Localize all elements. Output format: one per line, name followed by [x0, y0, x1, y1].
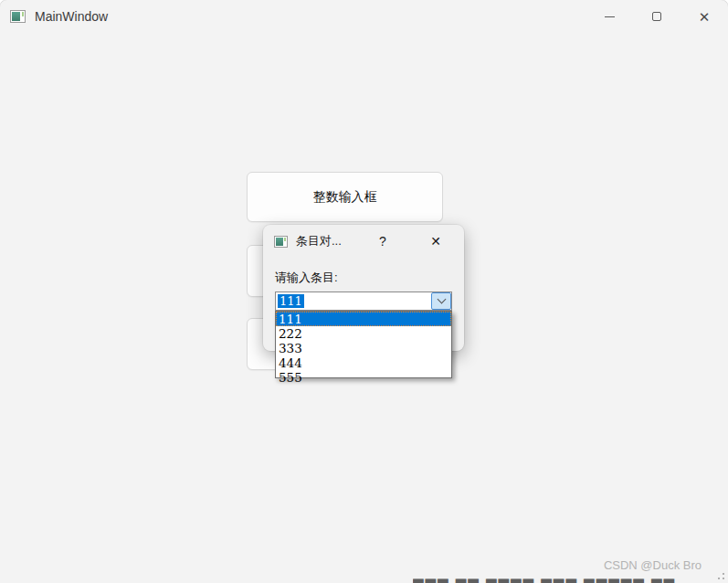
cutoff-text: ▇▇▇ ▇▇ ▇▇▇▇ ▇▇▇ ▇▇▇▇▇ ▇▇ ▇▇▇▇ — [413, 577, 714, 583]
list-item[interactable]: 333 — [276, 341, 451, 355]
combobox-popup-list: 111 222 333 444 555 — [275, 311, 452, 378]
list-item[interactable]: 444 — [276, 355, 451, 370]
titlebar: MainWindow ✕ — [0, 0, 728, 33]
maximize-icon — [652, 12, 661, 21]
close-icon: ✕ — [699, 10, 711, 24]
combobox-selected-text[interactable]: 111 — [278, 294, 304, 308]
csdn-watermark: CSDN @Duck Bro — [604, 558, 702, 572]
resize-grip[interactable] — [714, 569, 725, 580]
dialog-title: 条目对... — [296, 233, 342, 249]
dialog-prompt-label: 请输入条目: — [275, 270, 338, 286]
dialog-titlebar: 条目对... ? ✕ — [263, 225, 464, 258]
dialog-window-icon — [274, 236, 288, 248]
list-item[interactable]: 555 — [276, 370, 451, 385]
list-item[interactable]: 111 — [276, 312, 451, 326]
item-combobox[interactable]: 111 — [275, 292, 452, 311]
minimize-icon — [605, 16, 615, 17]
minimize-button[interactable] — [586, 0, 633, 33]
dialog-close-button[interactable]: ✕ — [424, 225, 448, 258]
window-title: MainWindow — [35, 9, 108, 24]
dialog-help-button[interactable]: ? — [371, 225, 395, 258]
combobox-dropdown-button[interactable] — [431, 292, 451, 310]
maximize-button[interactable] — [633, 0, 681, 33]
window-controls: ✕ — [586, 0, 728, 33]
list-item[interactable]: 222 — [276, 326, 451, 341]
main-window: MainWindow ✕ 整数输入框 条目对... ? ✕ 请输入条目: 111 — [0, 0, 728, 583]
integer-input-button[interactable]: 整数输入框 — [247, 172, 443, 222]
app-window-icon — [10, 10, 26, 23]
close-button[interactable]: ✕ — [681, 0, 728, 33]
chevron-down-icon — [437, 295, 446, 304]
